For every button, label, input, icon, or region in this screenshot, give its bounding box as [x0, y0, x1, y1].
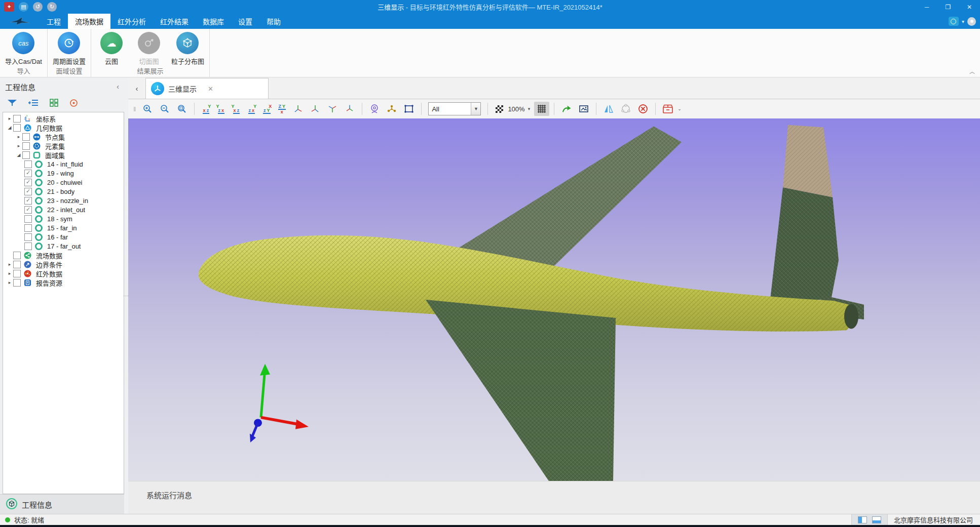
- view-front-icon[interactable]: Yxz: [199, 103, 212, 115]
- view-bottom-icon[interactable]: ZYx: [275, 103, 288, 115]
- zoom-fit-icon[interactable]: [174, 102, 190, 116]
- checkbox[interactable]: [24, 224, 32, 232]
- menu-item-engineering[interactable]: 工程: [40, 14, 68, 29]
- tree-item[interactable]: ◢ 几何数据: [3, 123, 124, 132]
- tree-item[interactable]: ▸ 红外数据: [3, 269, 124, 278]
- tree-item[interactable]: ▸ 报告资源: [3, 278, 124, 287]
- expander-icon[interactable]: ▸: [15, 134, 22, 139]
- tree-item[interactable]: 21 - body: [3, 187, 124, 196]
- tab-3d-display[interactable]: 三维显示 ✕: [145, 78, 269, 99]
- expander-icon[interactable]: ▸: [6, 116, 13, 121]
- tree-item[interactable]: 23 - nozzle_in: [3, 196, 124, 205]
- expander-icon[interactable]: ◢: [6, 125, 13, 130]
- contour-plot-button[interactable]: ☁ 云图: [96, 32, 127, 66]
- transparency-icon[interactable]: [496, 105, 503, 113]
- expander-icon[interactable]: ▸: [6, 271, 13, 276]
- close-button[interactable]: ✕: [959, 0, 980, 14]
- tree-item[interactable]: 15 - far_in: [3, 223, 124, 232]
- particle-distribution-button[interactable]: 粒子分布图: [171, 32, 204, 66]
- project-info-footer-tab[interactable]: 工程信息: [0, 494, 124, 514]
- box-select-icon[interactable]: [401, 102, 417, 116]
- view-iso-2-icon[interactable]: [308, 102, 323, 116]
- tree-item[interactable]: 19 - wing: [3, 169, 124, 178]
- tree-item[interactable]: 14 - int_fluid: [3, 159, 124, 169]
- tree-item[interactable]: ▸ 元素集: [3, 141, 124, 150]
- toolbar-grip[interactable]: ‖: [133, 105, 136, 113]
- camera-view-icon[interactable]: [367, 102, 382, 116]
- checkbox[interactable]: [24, 233, 32, 241]
- expander-icon[interactable]: ▸: [15, 143, 22, 148]
- checkbox[interactable]: [13, 252, 21, 259]
- app-icon[interactable]: ✦: [4, 2, 14, 12]
- layout-left-icon[interactable]: [858, 516, 867, 523]
- list-settings-icon[interactable]: [28, 99, 39, 109]
- minimize-button[interactable]: ─: [916, 0, 937, 14]
- export-view-icon[interactable]: [559, 102, 574, 116]
- cancel-icon[interactable]: [635, 102, 651, 116]
- view-back-icon[interactable]: Yzx: [214, 103, 228, 115]
- tree-item[interactable]: 22 - inlet_out: [3, 205, 124, 214]
- filter-icon[interactable]: [7, 99, 17, 109]
- checkbox[interactable]: [22, 142, 30, 150]
- checkbox[interactable]: [22, 151, 30, 159]
- grid-view-icon[interactable]: [50, 99, 58, 109]
- redo-icon[interactable]: ↻: [47, 2, 57, 12]
- checkbox[interactable]: [13, 124, 21, 132]
- expander-icon[interactable]: ▸: [6, 280, 13, 285]
- zoom-level-value[interactable]: 100%: [508, 105, 524, 113]
- tree-item[interactable]: ◢ 面域集: [3, 150, 124, 159]
- archive-caret-icon[interactable]: ⌄: [677, 106, 682, 111]
- checkbox[interactable]: [24, 170, 32, 177]
- periodic-face-settings-button[interactable]: 周期面设置: [53, 32, 86, 66]
- checkbox[interactable]: [24, 179, 32, 186]
- account-icon[interactable]: [949, 17, 959, 26]
- checkbox[interactable]: [24, 215, 32, 223]
- display-filter-select[interactable]: All ▼: [428, 102, 481, 115]
- panel-collapse-icon[interactable]: ‹: [117, 83, 119, 91]
- view-iso-4-icon[interactable]: [342, 102, 357, 116]
- menu-item-flowfield[interactable]: 流场数据: [68, 14, 110, 29]
- tree-item[interactable]: 18 - sym: [3, 214, 124, 223]
- checkbox[interactable]: [13, 261, 21, 268]
- mirror-icon[interactable]: [601, 102, 616, 116]
- chevron-down-icon[interactable]: ▾: [962, 19, 964, 24]
- tab-scroll-left-icon[interactable]: ‹: [128, 84, 145, 93]
- view-left-icon[interactable]: Yxz: [230, 103, 243, 115]
- ribbon-collapse-icon[interactable]: ︿: [969, 67, 975, 75]
- zoom-level-caret-icon[interactable]: ▾: [528, 106, 531, 111]
- zoom-in-icon[interactable]: [140, 102, 155, 116]
- panel-splitter[interactable]: ⋮: [124, 77, 128, 514]
- tree-item[interactable]: ▸ YZX 坐标系: [3, 114, 124, 123]
- menu-item-settings[interactable]: 设置: [231, 14, 259, 29]
- view-right-icon[interactable]: Yzx: [245, 103, 258, 115]
- expander-icon[interactable]: ◢: [15, 152, 22, 157]
- checkbox[interactable]: [13, 270, 21, 277]
- node-graph-icon[interactable]: [384, 102, 399, 116]
- combo-dropdown-icon[interactable]: ▼: [471, 103, 480, 115]
- view-iso-3-icon[interactable]: [325, 102, 340, 116]
- menu-item-ir-analysis[interactable]: 红外分析: [110, 14, 153, 29]
- checkbox[interactable]: [24, 197, 32, 205]
- view-top-icon[interactable]: XzY: [260, 103, 273, 115]
- grid-toggle-icon[interactable]: [534, 102, 549, 116]
- tree-item[interactable]: ▸ 节点集: [3, 132, 124, 141]
- checkbox[interactable]: [22, 133, 30, 141]
- import-cas-dat-button[interactable]: cas 导入Cas/Dat: [5, 32, 42, 66]
- checkbox[interactable]: [24, 242, 32, 250]
- checkbox[interactable]: [13, 115, 21, 123]
- tree-item[interactable]: ▸ 边界条件: [3, 260, 124, 269]
- save-icon[interactable]: ▤: [19, 2, 28, 12]
- view-iso-1-icon[interactable]: [290, 102, 306, 116]
- menu-item-ir-results[interactable]: 红外结果: [153, 14, 196, 29]
- archive-box-icon[interactable]: [660, 102, 675, 116]
- tree-item[interactable]: 流场数据: [3, 251, 124, 260]
- menu-item-help[interactable]: 帮助: [259, 14, 288, 29]
- tree-item[interactable]: 16 - far: [3, 232, 124, 241]
- tree-item[interactable]: 17 - far_out: [3, 241, 124, 251]
- snapshot-icon[interactable]: [576, 102, 591, 116]
- tree-item[interactable]: 20 - chuiwei: [3, 178, 124, 187]
- layout-bottom-icon[interactable]: [872, 516, 881, 523]
- checkbox[interactable]: [24, 160, 32, 168]
- checkbox[interactable]: [24, 188, 32, 195]
- menu-item-database[interactable]: 数据库: [196, 14, 231, 29]
